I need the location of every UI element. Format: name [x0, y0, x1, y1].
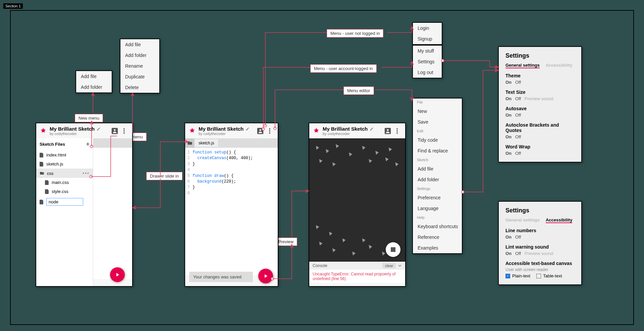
opt-on[interactable]: On	[505, 96, 512, 101]
phone-sidebar: My Brilliant Sketch by codythecoder sket…	[36, 123, 133, 287]
tab-general[interactable]: General settings	[505, 217, 540, 223]
menu-item-login[interactable]: Login	[413, 23, 442, 34]
sketch-title: My Brilliant Sketch	[50, 126, 95, 132]
menu-header: File	[413, 98, 462, 106]
menu-item-addfile[interactable]: Add file	[413, 163, 462, 174]
phone-editor: My Brilliant Sketch by codythecoder sket…	[184, 123, 278, 287]
file-item[interactable]: main.css	[36, 178, 93, 187]
menu-item-new[interactable]: New	[413, 106, 462, 117]
menu-item-tidy[interactable]: Tidy code	[413, 135, 462, 145]
open-sidebar-button[interactable]	[185, 138, 195, 148]
p5-logo-icon	[313, 127, 320, 135]
code-editor[interactable]: 1function setup() { 2 createCanvas(400, …	[185, 148, 278, 275]
account-icon[interactable]	[383, 126, 392, 136]
menu-item-reference[interactable]: Reference	[413, 232, 462, 243]
menu-item-preference[interactable]: Preference	[413, 192, 462, 203]
menu-item-mystuff[interactable]: My stuff	[413, 46, 442, 56]
menu-item-add-folder[interactable]: Add folder	[120, 50, 159, 61]
svg-point-6	[259, 129, 261, 131]
opt-off[interactable]: Off	[515, 113, 521, 118]
byline: by codythecoder	[199, 132, 256, 136]
checkbox-plaintext[interactable]: ✓Plain-text	[505, 273, 530, 278]
opt-on[interactable]: On	[505, 151, 512, 156]
checkbox-tabletext[interactable]: Table-text	[536, 273, 562, 278]
tag-drawer: Drawer slide in	[146, 172, 182, 180]
svg-point-12	[396, 128, 398, 130]
stop-button[interactable]	[386, 242, 400, 257]
console-clear-button[interactable]: clear	[382, 263, 396, 268]
edit-icon[interactable]	[97, 127, 101, 131]
menu-item-examples[interactable]: Examples	[413, 243, 462, 253]
opt-off[interactable]: Off	[515, 134, 521, 139]
edit-icon[interactable]	[246, 127, 250, 131]
menu-header: Sketch	[413, 156, 462, 163]
run-button[interactable]	[110, 267, 125, 282]
opt-on[interactable]: On	[505, 134, 512, 139]
menu-item-settings[interactable]: Settings	[413, 56, 442, 67]
tab-general[interactable]: General settings	[505, 63, 540, 68]
more-vert-icon[interactable]	[392, 126, 402, 136]
opt-off[interactable]: Off	[515, 96, 521, 101]
console-label: Console	[313, 263, 327, 268]
svg-rect-37	[391, 247, 395, 252]
sidebar-title: Sketch Files	[40, 142, 65, 147]
svg-point-2	[123, 128, 125, 130]
menu-item-signup[interactable]: Signup	[413, 34, 442, 44]
opt-on[interactable]: On	[505, 113, 512, 118]
settings-general-panel: Settings General settings Accessibility …	[498, 46, 582, 162]
phone-header: My Brilliant Sketch by codythecoder	[36, 123, 132, 138]
sketch-title: My Brilliant Sketch	[199, 126, 244, 132]
opt-off[interactable]: Off	[515, 80, 521, 85]
opt-off[interactable]: Off	[515, 251, 521, 256]
more-dots-icon[interactable]: •••	[83, 171, 90, 176]
account-icon[interactable]	[256, 126, 265, 136]
svg-point-8	[269, 130, 270, 132]
more-vert-icon[interactable]	[119, 126, 129, 136]
tag-menu-logged-in: Menu - user account-logged in	[310, 64, 377, 73]
svg-point-7	[269, 128, 270, 130]
menu-item-delete[interactable]: Delete	[120, 82, 159, 93]
opt-on[interactable]: On	[505, 80, 512, 85]
folder-item[interactable]: css •••	[36, 169, 93, 178]
menu-item-save[interactable]: Save	[413, 117, 462, 127]
opt-preview-sound[interactable]: Preview sound	[525, 251, 553, 256]
opt-off[interactable]: Off	[515, 235, 521, 240]
opt-preview-sound[interactable]: Preview sound	[525, 96, 553, 101]
console-header: Console clear	[309, 262, 405, 270]
menu-item-find-replace[interactable]: Find & replace	[413, 145, 462, 156]
file-sidebar: Sketch Files + index.html sketch.js css …	[36, 138, 93, 286]
opt-on[interactable]: On	[505, 251, 512, 256]
phone-preview: My Brilliant Sketch by codythecoder	[309, 123, 406, 287]
menu-item-language[interactable]: Language	[413, 203, 462, 214]
file-item[interactable]: style.css	[36, 187, 93, 196]
tab-accessibility[interactable]: Accessibility	[546, 63, 573, 68]
setting-autosave: Autosave	[505, 106, 575, 111]
chevron-down-icon[interactable]	[398, 264, 402, 268]
menu-item-duplicate[interactable]: Duplicate	[120, 71, 159, 82]
menu-item-addfolder[interactable]: Add folder	[413, 174, 462, 185]
menu-item-add-file[interactable]: Add file	[120, 39, 159, 50]
edit-icon[interactable]	[370, 127, 374, 131]
preview-canvas	[309, 138, 405, 262]
opt-off[interactable]: Off	[515, 151, 521, 156]
file-item[interactable]: sketch.js	[36, 159, 93, 169]
opt-on[interactable]: On	[505, 235, 512, 240]
menu-item-rename[interactable]: Rename	[120, 61, 159, 71]
svg-point-14	[396, 132, 398, 134]
more-vert-icon[interactable]	[265, 126, 274, 136]
editor-tab[interactable]: sketch.js	[195, 139, 219, 147]
setting-lintsound: Lint warning sound	[505, 244, 575, 250]
tab-accessibility[interactable]: Accessibility	[546, 217, 573, 223]
file-item[interactable]: index.html	[36, 150, 93, 159]
menu-item-add-folder[interactable]: Add folder	[76, 82, 112, 92]
rename-input[interactable]	[46, 198, 83, 206]
account-icon[interactable]	[110, 126, 119, 136]
menu-item-shortcuts[interactable]: Keyboard shortcuts	[413, 221, 462, 232]
p5-logo-icon	[40, 127, 47, 135]
menu-item-logout[interactable]: Log out	[413, 67, 442, 78]
run-button[interactable]	[258, 269, 273, 283]
new-menu-popup: Add file Add folder	[75, 70, 112, 93]
add-file-button[interactable]: +	[86, 141, 90, 148]
p5-logo-icon	[189, 127, 196, 135]
menu-item-add-file[interactable]: Add file	[76, 71, 112, 82]
